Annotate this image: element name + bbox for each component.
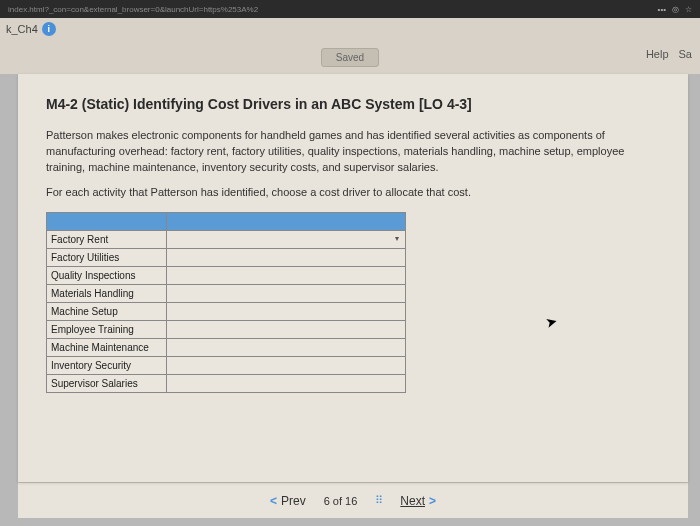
reader-icon[interactable]: ◎ [672,5,679,14]
table-row: Machine Setup [47,302,406,320]
table-header-driver [167,212,406,230]
table-row: Quality Inspections [47,266,406,284]
driver-dropdown[interactable] [167,320,406,338]
prev-button[interactable]: < Prev [270,494,306,508]
info-icon[interactable]: i [42,22,56,36]
driver-dropdown[interactable] [167,302,406,320]
table-row: Employee Training [47,320,406,338]
table-header-activity [47,212,167,230]
url-text: index.html?_con=con&external_browser=0&l… [8,5,658,14]
prev-label: Prev [281,494,306,508]
mouse-cursor-icon: ➤ [544,313,560,332]
activity-cell: Inventory Security [47,356,167,374]
driver-dropdown[interactable] [167,266,406,284]
question-title: M4-2 (Static) Identifying Cost Drivers i… [46,96,660,112]
activity-cell: Machine Setup [47,302,167,320]
tab-bar: k_Ch4 i [0,18,700,40]
table-row: Materials Handling [47,284,406,302]
driver-dropdown[interactable] [167,284,406,302]
question-instruction: For each activity that Patterson has ide… [46,186,660,198]
activity-cell: Employee Training [47,320,167,338]
chevron-right-icon: > [429,494,436,508]
driver-dropdown[interactable] [167,338,406,356]
help-link[interactable]: Help [646,48,669,60]
pagination-bar: < Prev 6 of 16 ⠿ Next > [18,482,688,518]
activity-table: Factory Rent ▾ Factory Utilities Quality… [46,212,406,393]
table-row: Supervisor Salaries [47,374,406,392]
driver-dropdown[interactable] [167,356,406,374]
chevron-left-icon: < [270,494,277,508]
activity-cell: Quality Inspections [47,266,167,284]
table-row: Factory Rent ▾ [47,230,406,248]
bookmark-icon[interactable]: ☆ [685,5,692,14]
more-icon[interactable]: ••• [658,5,666,14]
activity-cell: Materials Handling [47,284,167,302]
activity-cell: Machine Maintenance [47,338,167,356]
driver-dropdown[interactable]: ▾ [167,230,406,248]
next-label: Next [400,494,425,508]
driver-dropdown[interactable] [167,374,406,392]
save-exit-link[interactable]: Sa [679,48,692,60]
page-indicator: 6 of 16 [324,495,358,507]
tab-title[interactable]: k_Ch4 [6,23,38,35]
table-row: Inventory Security [47,356,406,374]
question-content: M4-2 (Static) Identifying Cost Drivers i… [18,74,688,482]
top-controls: Saved Help Sa [0,40,700,74]
chevron-down-icon: ▾ [391,233,403,245]
activity-cell: Factory Rent [47,230,167,248]
grid-icon[interactable]: ⠿ [375,494,382,507]
driver-dropdown[interactable] [167,248,406,266]
browser-address-bar: index.html?_con=con&external_browser=0&l… [0,0,700,18]
next-button[interactable]: Next > [400,494,436,508]
table-row: Machine Maintenance [47,338,406,356]
table-row: Factory Utilities [47,248,406,266]
saved-button[interactable]: Saved [321,48,379,67]
activity-cell: Factory Utilities [47,248,167,266]
browser-action-icons: ••• ◎ ☆ [658,5,692,14]
activity-cell: Supervisor Salaries [47,374,167,392]
question-body: Patterson makes electronic components fo… [46,128,660,176]
